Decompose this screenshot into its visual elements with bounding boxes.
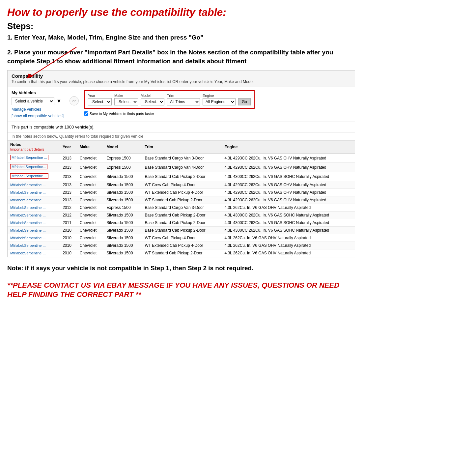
engine-cell: 4.3L 262Cu. In. V6 GAS OHV Naturally Asp… bbox=[222, 249, 355, 257]
trim-cell: Base Standard Cab Pickup 2-Door bbox=[142, 172, 222, 181]
show-all-link[interactable]: [show all compatible vehicles] bbox=[12, 114, 64, 118]
trim-cell: WT Crew Cab Pickup 4-Door bbox=[142, 234, 222, 242]
compat-selectors-row: My Vehicles Select a vehicle ▼ Manage ve… bbox=[8, 87, 355, 122]
engine-cell: 4.3L 4293CC 262Cu. In. V6 GAS OHV Natura… bbox=[222, 189, 355, 196]
year-cell: 2012 bbox=[60, 212, 77, 219]
notes-cell: Mfrlabel:Serpentine ... bbox=[8, 234, 60, 242]
model-cell: Silverado 1500 bbox=[104, 189, 142, 196]
save-row: Save to My Vehicles to finds parts faste… bbox=[84, 111, 255, 116]
table-row: Mfrlabel:Serpentine ...2013ChevroletExpr… bbox=[8, 154, 355, 163]
go-button[interactable]: Go bbox=[238, 98, 251, 105]
make-field: Make -Select- bbox=[114, 94, 138, 105]
trim-cell: WT Crew Cab Pickup 4-Door bbox=[142, 181, 222, 189]
make-cell: Chevrolet bbox=[77, 242, 104, 249]
make-cell: Chevrolet bbox=[77, 219, 104, 227]
model-cell: Silverado 1500 bbox=[104, 242, 142, 249]
col-make: Make bbox=[77, 141, 104, 154]
make-cell: Chevrolet bbox=[77, 196, 104, 204]
table-row: Mfrlabel:Serpentine ...2012ChevroletExpr… bbox=[8, 204, 355, 212]
trim-cell: WT Standard Cab Pickup 2-Door bbox=[142, 249, 222, 257]
trim-field: Trim All Trims bbox=[167, 94, 200, 105]
notes-value: Mfrlabel:Serpentine ... bbox=[10, 236, 46, 240]
compat-title: Compatibility bbox=[12, 73, 351, 79]
trim-cell: Base Standard Cargo Van 3-Door bbox=[142, 154, 222, 163]
model-cell: Silverado 1500 bbox=[104, 249, 142, 257]
table-header-row: Notes Important part details Year Make M… bbox=[8, 141, 355, 154]
make-select[interactable]: -Select- bbox=[114, 98, 138, 105]
vehicle-select-row: Select a vehicle ▼ bbox=[12, 97, 64, 105]
save-checkbox[interactable] bbox=[84, 111, 88, 116]
make-cell: Chevrolet bbox=[77, 172, 104, 181]
trim-cell: WT Extended Cab Pickup 4-Door bbox=[142, 189, 222, 196]
notes-cell: Mfrlabel:Serpentine ... bbox=[8, 181, 60, 189]
trim-label: Trim bbox=[167, 94, 200, 98]
notes-value: Mfrlabel:Serpentine ... bbox=[10, 206, 46, 210]
year-cell: 2013 bbox=[60, 163, 77, 172]
ymm-col: Year -Select- Make -Select- Model bbox=[84, 90, 255, 116]
model-cell: Silverado 1500 bbox=[104, 181, 142, 189]
table-row: Mfrlabel:Serpentine ...2013ChevroletSilv… bbox=[8, 172, 355, 181]
engine-cell: 4.3L 262Cu. In. V6 GAS OHV Naturally Asp… bbox=[222, 242, 355, 249]
notes-value: Mfrlabel:Serpentine ... bbox=[10, 155, 48, 160]
model-cell: Silverado 1500 bbox=[104, 172, 142, 181]
engine-cell: 4.3L 4293CC 262Cu. In. V6 GAS OHV Natura… bbox=[222, 163, 355, 172]
table-row: Mfrlabel:Serpentine ...2010ChevroletSilv… bbox=[8, 242, 355, 249]
steps-heading: Steps: bbox=[7, 21, 355, 31]
table-row: Mfrlabel:Serpentine ...2013ChevroletSilv… bbox=[8, 196, 355, 204]
model-cell: Express 1500 bbox=[104, 154, 142, 163]
compat-header: Compatibility To confirm that this part … bbox=[8, 71, 355, 87]
table-row: Mfrlabel:Serpentine...2013ChevroletExpre… bbox=[8, 163, 355, 172]
engine-select[interactable]: All Engines bbox=[203, 98, 236, 105]
notes-cell: Mfrlabel:Serpentine ... bbox=[8, 242, 60, 249]
notes-cell: Mfrlabel:Serpentine ... bbox=[8, 172, 60, 181]
model-cell: Express 1500 bbox=[104, 163, 142, 172]
year-cell: 2010 bbox=[60, 249, 77, 257]
step1-text: 1. Enter Year, Make, Model, Trim, Engine… bbox=[7, 33, 355, 42]
year-cell: 2013 bbox=[60, 181, 77, 189]
trim-cell: Base Standard Cargo Van 4-Door bbox=[142, 163, 222, 172]
trim-cell: WT Extended Cab Pickup 4-Door bbox=[142, 242, 222, 249]
engine-field: Engine All Engines bbox=[203, 94, 236, 105]
trim-cell: Base Standard Cab Pickup 2-Door bbox=[142, 227, 222, 234]
trim-select[interactable]: All Trims bbox=[167, 98, 200, 105]
trim-cell: WT Standard Cab Pickup 2-Door bbox=[142, 196, 222, 204]
compat-info-bar: This part is compatible with 1000 vehicl… bbox=[8, 122, 355, 132]
model-select[interactable]: -Select- bbox=[141, 98, 164, 105]
compatibility-table: Notes Important part details Year Make M… bbox=[8, 141, 355, 257]
col-trim: Trim bbox=[142, 141, 222, 154]
notes-cell: Mfrlabel:Serpentine ... bbox=[8, 204, 60, 212]
my-vehicles-col: My Vehicles Select a vehicle ▼ Manage ve… bbox=[12, 90, 64, 118]
trim-cell: Base Standard Cab Pickup 2-Door bbox=[142, 212, 222, 219]
notes-value: Mfrlabel:Serpentine ... bbox=[10, 251, 46, 255]
compat-qty-note: In the notes section below, Quantity ref… bbox=[8, 132, 355, 141]
manage-vehicles-link[interactable]: Manage vehicles bbox=[12, 107, 64, 112]
year-cell: 2013 bbox=[60, 172, 77, 181]
notes-cell: Mfrlabel:Serpentine ... bbox=[8, 154, 60, 163]
notes-cell: Mfrlabel:Serpentine ... bbox=[8, 219, 60, 227]
compat-subtitle: To confirm that this part fits your vehi… bbox=[12, 79, 351, 84]
notes-value: Mfrlabel:Serpentine ... bbox=[10, 228, 46, 232]
make-cell: Chevrolet bbox=[77, 212, 104, 219]
make-cell: Chevrolet bbox=[77, 204, 104, 212]
important-part-details-label: Important part details bbox=[10, 147, 44, 151]
model-cell: Silverado 1500 bbox=[104, 227, 142, 234]
make-cell: Chevrolet bbox=[77, 227, 104, 234]
engine-cell: 4.3L 4300CC 262Cu. In. V6 GAS SOHC Natur… bbox=[222, 227, 355, 234]
vehicle-select-dropdown[interactable]: Select a vehicle bbox=[12, 97, 54, 105]
make-label: Make bbox=[114, 94, 138, 98]
year-cell: 2012 bbox=[60, 204, 77, 212]
model-field: Model -Select- bbox=[141, 94, 164, 105]
note-text: Note: if it says your vehicle is not com… bbox=[7, 264, 355, 273]
make-cell: Chevrolet bbox=[77, 181, 104, 189]
engine-cell: 4.3L 4293CC 262Cu. In. V6 GAS OHV Natura… bbox=[222, 154, 355, 163]
year-select[interactable]: -Select- bbox=[88, 98, 112, 105]
engine-cell: 4.3L 4300CC 262Cu. In. V6 GAS SOHC Natur… bbox=[222, 172, 355, 181]
table-row: Mfrlabel:Serpentine ...2012ChevroletSilv… bbox=[8, 212, 355, 219]
engine-label: Engine bbox=[203, 94, 236, 98]
trim-cell: Base Standard Cargo Van 3-Door bbox=[142, 204, 222, 212]
make-cell: Chevrolet bbox=[77, 249, 104, 257]
step2-text: 2. Place your mouse over "Important Part… bbox=[7, 48, 355, 66]
save-label: Save to My Vehicles to finds parts faste… bbox=[90, 112, 154, 116]
notes-cell: Mfrlabel:Serpentine ... bbox=[8, 249, 60, 257]
model-cell: Silverado 1500 bbox=[104, 196, 142, 204]
